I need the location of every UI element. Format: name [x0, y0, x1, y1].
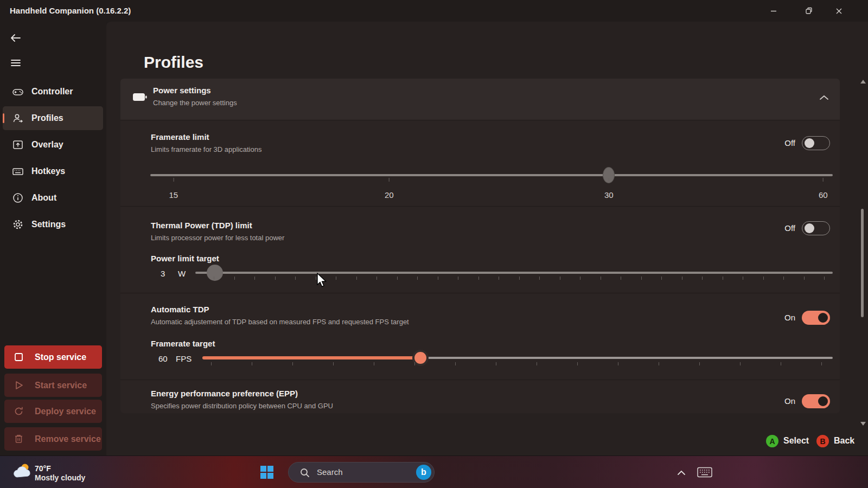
trash-icon — [13, 433, 24, 445]
hint-letter: B — [820, 437, 825, 446]
title-bar: Handheld Companion (0.16.2.2) — [0, 0, 868, 22]
framerate-limit-slider-marks: 15 20 30 60 — [150, 178, 833, 194]
tdp-limit-title: Thermal Power (TDP) limit — [151, 221, 252, 230]
sidebar-item-label: Settings — [31, 220, 66, 229]
restore-button[interactable] — [796, 3, 821, 18]
tick-label: 20 — [385, 190, 394, 200]
scrollbar-up-arrow[interactable] — [860, 80, 866, 84]
hint-select-label: Select — [783, 436, 809, 446]
overlay-icon — [12, 139, 24, 151]
minimize-button[interactable] — [761, 3, 786, 18]
profiles-icon — [12, 112, 24, 124]
framerate-target-value: 60 — [158, 354, 168, 363]
sidebar-item-settings[interactable]: Settings — [3, 213, 103, 236]
epp-title: Energy performance preference (EPP) — [151, 389, 298, 398]
tray-chevron-button[interactable] — [677, 468, 686, 478]
hint-letter: A — [769, 437, 775, 446]
section-subtitle: Change the power settings — [153, 99, 237, 107]
sidebar-item-label: Controller — [31, 87, 73, 97]
mouse-cursor — [316, 273, 328, 291]
weather-widget[interactable]: 70°F Mostly cloudy — [0, 456, 130, 488]
sidebar-item-controller[interactable]: Controller — [3, 80, 103, 104]
play-icon — [13, 380, 24, 391]
tdp-limit-subtitle: Limits processor power for less total po… — [151, 234, 284, 242]
app-window: Handheld Companion (0.16.2.2) Controller — [0, 0, 868, 488]
windows-logo-icon — [259, 465, 275, 480]
sidebar-item-label: Hotkeys — [31, 166, 65, 176]
toggle-knob — [818, 313, 828, 323]
bing-icon[interactable]: b — [416, 465, 431, 480]
auto-tdp-toggle-label: On — [784, 313, 795, 322]
sidebar-item-overlay[interactable]: Overlay — [3, 133, 103, 157]
chevron-up-icon[interactable] — [819, 93, 829, 103]
auto-tdp-toggle[interactable] — [802, 311, 830, 325]
sidebar-item-hotkeys[interactable]: Hotkeys — [3, 159, 103, 183]
service-button-label: Stop service — [35, 352, 86, 362]
back-button[interactable] — [8, 30, 24, 46]
row-divider — [120, 206, 840, 207]
deploy-service-button[interactable]: Deploy service — [4, 400, 102, 423]
close-icon — [835, 7, 843, 15]
row-divider — [120, 380, 840, 380]
tdp-limit-toggle[interactable] — [802, 221, 830, 235]
stop-service-button[interactable]: Stop service — [4, 345, 102, 369]
scrollbar-thumb[interactable] — [861, 209, 864, 317]
taskbar: 70°F Mostly cloudy Search b — [0, 455, 868, 488]
weather-condition: Mostly cloudy — [35, 473, 85, 482]
start-service-button[interactable]: Start service — [4, 374, 102, 397]
sidebar-item-label: Overlay — [31, 140, 63, 150]
power-limit-slider[interactable] — [195, 272, 833, 274]
service-button-label: Start service — [35, 381, 87, 390]
framerate-target-slider[interactable] — [202, 357, 833, 359]
power-settings-expander[interactable]: Power settings Change the power settings — [120, 79, 840, 120]
framerate-limit-subtitle: Limits framerate for 3D applications — [151, 145, 261, 153]
weather-temp: 70°F — [35, 464, 51, 473]
slider-fill — [202, 356, 420, 359]
selected-accent-bar — [3, 113, 4, 123]
remove-service-button[interactable]: Remove service — [4, 427, 102, 451]
start-button[interactable] — [259, 465, 276, 481]
tick-label: 60 — [819, 190, 828, 200]
search-icon — [299, 467, 310, 480]
search-placeholder: Search — [317, 467, 343, 477]
sidebar-item-label: About — [31, 193, 56, 203]
power-limit-unit: W — [178, 269, 186, 278]
sidebar-item-label: Profiles — [31, 113, 63, 123]
framerate-limit-title: Framerate limit — [151, 132, 209, 142]
tick-label: 15 — [169, 190, 178, 200]
framerate-limit-slider[interactable] — [150, 174, 833, 176]
epp-toggle[interactable] — [802, 394, 830, 408]
page-title: Profiles — [144, 53, 203, 72]
service-button-label: Deploy service — [35, 407, 96, 416]
gear-icon — [12, 219, 24, 230]
hamburger-menu-button[interactable] — [8, 55, 24, 71]
restore-icon — [805, 7, 813, 15]
search-box[interactable]: Search b — [288, 462, 435, 483]
battery-icon — [132, 92, 148, 105]
main-content: Profiles Power settings Change the power… — [106, 22, 868, 455]
keyboard-icon — [12, 165, 24, 177]
epp-toggle-label: On — [784, 396, 795, 406]
close-button[interactable] — [826, 3, 851, 18]
tick-label: 30 — [604, 190, 614, 200]
framerate-target-slider-ticks — [211, 362, 821, 366]
sidebar-item-about[interactable]: About — [3, 186, 103, 210]
bing-letter: b — [421, 467, 426, 477]
chevron-up-icon — [677, 470, 686, 476]
scrollbar-down-arrow[interactable] — [860, 422, 866, 426]
touch-keyboard-icon — [697, 467, 712, 478]
hamburger-icon — [10, 59, 21, 67]
minimize-icon — [769, 7, 778, 15]
framerate-limit-toggle[interactable] — [802, 136, 830, 150]
power-limit-slider-ticks — [214, 277, 824, 280]
sidebar: Controller Profiles Overlay Hotkeys A — [0, 22, 106, 455]
gamepad-a-button-badge: A — [766, 435, 778, 447]
toggle-knob — [818, 396, 828, 406]
power-settings-body: Framerate limit Limits framerate for 3D … — [120, 120, 840, 413]
weather-icon — [12, 463, 30, 482]
toggle-knob — [805, 223, 814, 233]
power-limit-target-label: Power limit target — [151, 254, 219, 263]
row-divider — [120, 293, 840, 293]
touch-keyboard-button[interactable] — [697, 467, 712, 480]
sidebar-item-profiles[interactable]: Profiles — [3, 106, 103, 130]
